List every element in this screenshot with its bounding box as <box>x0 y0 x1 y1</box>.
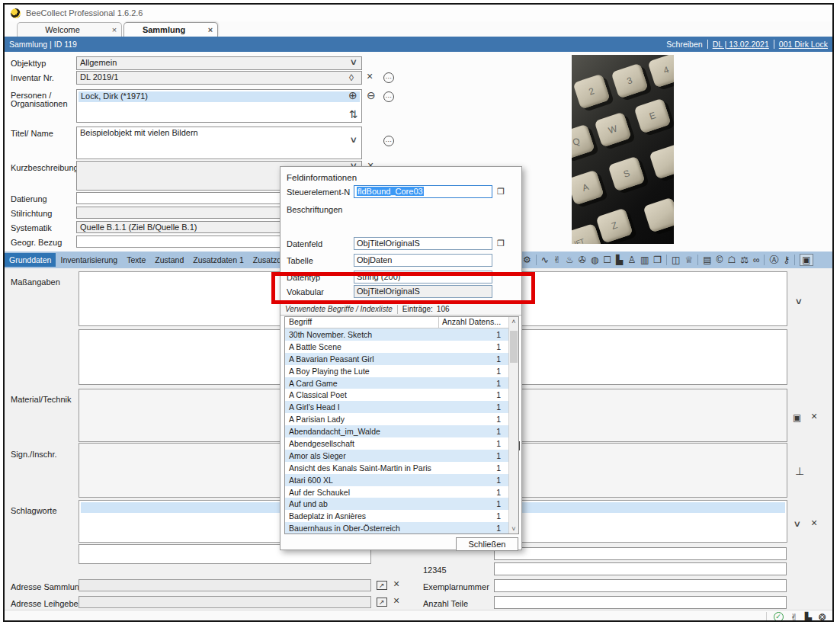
more-options-icon[interactable]: … <box>383 136 394 146</box>
chevron-down-icon[interactable]: ˅ <box>351 136 357 145</box>
close-icon[interactable]: × <box>811 412 817 421</box>
anzahl-teile-field[interactable] <box>494 596 787 609</box>
steuerelement-field[interactable]: fldBound_Core03 <box>354 185 492 198</box>
frame-icon[interactable]: ▣ <box>800 254 813 266</box>
titel-field[interactable]: Beispielobjekt mit vielen Bildern <box>76 127 362 159</box>
scrollbar[interactable]: ˄ ˅ <box>508 317 518 533</box>
shield-icon[interactable]: ☖ <box>727 255 736 265</box>
settings-icon[interactable]: ⚙ <box>523 255 531 265</box>
scales-icon[interactable]: ⚖ <box>740 255 749 265</box>
list-item[interactable]: Abendandacht_im_Walde1 <box>285 425 508 437</box>
scrollbar-thumb[interactable] <box>510 331 518 363</box>
close-icon[interactable]: × <box>204 25 217 34</box>
list-item[interactable]: A Bavarian Peasant Girl1 <box>285 353 508 365</box>
clipboard-icon[interactable]: ❐ <box>497 187 505 197</box>
check-icon[interactable]: ✓ <box>774 612 784 622</box>
list-item[interactable]: A Girl's Head I1 <box>285 401 508 413</box>
search-document-icon[interactable]: ✇ <box>579 255 586 265</box>
person-icon[interactable]: ♙ <box>627 255 636 265</box>
list-item[interactable]: Badeplatz in Asnières1 <box>285 510 508 522</box>
truck-icon[interactable]: ▙ <box>616 255 623 265</box>
scroll-up-icon[interactable]: ˄ <box>509 318 518 325</box>
key-icon[interactable]: ⚷ <box>783 255 790 265</box>
list-item[interactable]: Bauernhaus in Ober-Österreich1 <box>285 522 508 534</box>
package-icon[interactable]: ☐ <box>603 255 611 265</box>
erase-icon[interactable]: ◊ <box>349 73 354 82</box>
list-item[interactable]: Auf der Schaukel1 <box>285 486 508 498</box>
ticket-icon[interactable]: ▥ <box>640 255 649 265</box>
truck-icon[interactable]: ▙ <box>805 613 812 622</box>
list-item[interactable]: A Battle Scene1 <box>285 341 508 353</box>
clipboard-icon[interactable]: ❐ <box>653 255 662 265</box>
exemplarnummer-field[interactable] <box>494 579 787 592</box>
column-anzahl[interactable]: Anzahl Datens... <box>438 317 508 328</box>
object-photo[interactable]: 2 3 4 Q W E A S Z IFT <box>572 55 674 244</box>
more-options-icon[interactable]: … <box>383 91 394 102</box>
module-toolbar: ⚙ ∿ ✌ ♨ ✇ ◍ ☐ ▙ ♙ ▥ ❐ ◫ ♕ ▤ © ☖ ⚖ ∞ Ⓐ ⚷ … <box>523 252 813 268</box>
objekttyp-field[interactable]: Allgemein <box>76 56 362 70</box>
schlagworte-subfield-2[interactable] <box>494 547 787 560</box>
add-icon[interactable]: ⊕ <box>348 91 357 100</box>
chevron-down-icon[interactable]: ˅ <box>794 520 800 529</box>
palette-icon[interactable]: ◍ <box>591 255 598 265</box>
close-icon[interactable]: × <box>393 596 399 605</box>
tabelle-field[interactable]: ObjDaten <box>354 254 492 267</box>
clipboard-icon[interactable]: ❐ <box>497 239 505 248</box>
list-item[interactable]: Auf und ab1 <box>285 498 508 510</box>
tab-zustand[interactable]: Zustand <box>150 253 188 267</box>
tab-texte[interactable]: Texte <box>122 253 150 267</box>
beschriftungen-label: Beschriftungen <box>287 205 342 214</box>
image-icon[interactable]: ▣ <box>793 413 801 422</box>
text-icon[interactable]: Ⓐ <box>769 255 778 265</box>
tab-inventarisierung[interactable]: Inventarisierung <box>56 253 122 267</box>
list-item[interactable]: A Classical Poet1 <box>285 389 508 401</box>
hands-icon[interactable]: ✌ <box>553 255 561 265</box>
crown-icon[interactable]: ♕ <box>685 255 693 265</box>
close-icon[interactable]: × <box>367 72 373 81</box>
chevron-down-icon[interactable]: ˅ <box>351 58 357 67</box>
chevron-down-icon[interactable]: ˅ <box>796 297 802 306</box>
inventar-field[interactable]: DL 2019/1 <box>76 71 362 85</box>
list-item[interactable]: A Boy Playing the Lute1 <box>285 365 508 377</box>
tab-sammlung[interactable]: Sammlung × <box>123 22 218 37</box>
external-link-icon[interactable]: ↗ <box>377 598 387 607</box>
tab-grunddaten[interactable]: Grunddaten <box>5 253 56 267</box>
book-icon[interactable]: ◫ <box>672 255 680 265</box>
user-date-link[interactable]: DL | 13.02.2021 <box>713 40 769 49</box>
list-item[interactable]: A Parisian Lady1 <box>285 413 508 425</box>
num-field[interactable] <box>494 562 787 575</box>
tab-zusatzdaten-1[interactable]: Zusatzdaten 1 <box>188 253 248 267</box>
tab-welcome[interactable]: Welcome × <box>17 22 122 37</box>
list-item[interactable]: A Card Game1 <box>285 377 508 389</box>
adresse-sammlung-field[interactable] <box>79 579 371 591</box>
globe-icon[interactable]: ❂ <box>819 613 826 622</box>
external-link-icon[interactable]: ↗ <box>377 581 387 590</box>
list-item[interactable]: Ansicht des Kanals Saint-Martin in Paris… <box>285 462 508 474</box>
statistics-icon[interactable]: ∿ <box>541 255 549 265</box>
user-link[interactable]: 001 Dirk Lock <box>779 40 828 49</box>
close-icon[interactable]: × <box>107 25 121 34</box>
thermometer-icon[interactable]: ♨ <box>566 255 574 265</box>
list-item[interactable]: Atari 600 XL1 <box>285 474 508 486</box>
close-icon[interactable]: × <box>811 518 817 527</box>
hands-icon[interactable]: ✌ <box>790 613 798 622</box>
list-item[interactable]: Abendgesellschaft1 <box>285 437 508 450</box>
card-icon[interactable]: ▤ <box>703 255 711 265</box>
personen-field[interactable]: Lock, Dirk (*1971) <box>76 89 362 123</box>
list-item[interactable]: 30th November. Sketch1 <box>285 328 508 341</box>
adresse-leihgeber-field[interactable] <box>79 596 371 608</box>
remove-icon[interactable]: ⊖ <box>367 91 376 100</box>
more-options-icon[interactable]: … <box>383 72 394 83</box>
close-icon[interactable]: × <box>393 579 399 588</box>
link-icon[interactable]: ∞ <box>753 255 760 265</box>
sort-icon[interactable]: ⇅ <box>349 110 358 119</box>
stamp-icon[interactable]: ⊥ <box>795 466 804 476</box>
material-technik-label: Material/Technik <box>11 395 71 404</box>
personen-selected-entry[interactable]: Lock, Dirk (*1971) <box>79 91 360 102</box>
copyright-icon[interactable]: © <box>717 255 723 265</box>
scroll-down-icon[interactable]: ˅ <box>509 525 518 533</box>
list-item[interactable]: Amor als Sieger1 <box>285 450 508 462</box>
column-begriff[interactable]: Begriff <box>285 317 438 328</box>
datenfeld-field[interactable]: ObjTitelOriginalS <box>354 237 492 250</box>
close-button[interactable]: Schließen <box>456 537 518 551</box>
